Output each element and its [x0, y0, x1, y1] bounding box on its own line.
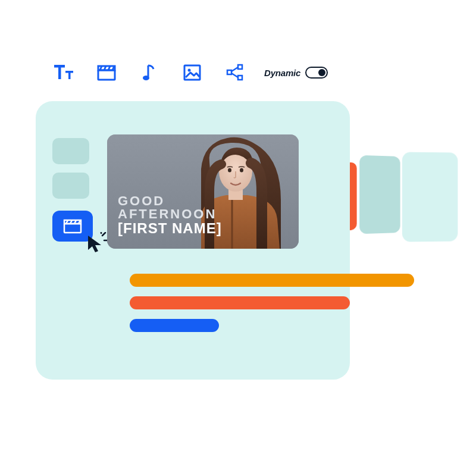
svg-rect-3	[68, 71, 71, 79]
dynamic-toggle[interactable]	[305, 67, 328, 79]
svg-rect-6	[184, 65, 200, 80]
clapperboard-icon	[62, 218, 83, 234]
image-icon	[183, 64, 201, 81]
timeline-track[interactable]	[130, 296, 350, 309]
music-tool-button[interactable]	[139, 62, 159, 83]
svg-rect-10	[238, 76, 242, 80]
svg-point-16	[240, 168, 243, 173]
share-icon	[226, 64, 244, 82]
clapperboard-icon	[97, 64, 116, 81]
share-tool-button[interactable]	[225, 62, 245, 83]
music-note-icon	[142, 63, 156, 82]
svg-rect-4	[98, 70, 115, 80]
video-overlay-text: GOOD AFTERNOON [FIRST NAME]	[118, 195, 222, 236]
scene-thumbnail[interactable]	[52, 138, 89, 164]
svg-rect-9	[238, 65, 242, 69]
editor-toolbar: Dynamic	[54, 62, 328, 83]
svg-rect-1	[58, 65, 61, 79]
timeline-track[interactable]	[130, 319, 219, 332]
svg-point-15	[228, 168, 231, 173]
scene-thumbnail-list	[52, 138, 89, 199]
editor-panel: GOOD AFTERNOON [FIRST NAME]	[36, 101, 350, 380]
preview-carousel-card-2[interactable]	[359, 155, 400, 234]
video-preview[interactable]: GOOD AFTERNOON [FIRST NAME]	[107, 134, 299, 249]
timeline-track[interactable]	[130, 274, 414, 287]
scene-thumbnail[interactable]	[52, 173, 89, 199]
timeline-tracks	[130, 274, 414, 332]
preview-carousel-card-3[interactable]	[402, 152, 458, 242]
svg-rect-11	[64, 224, 81, 233]
dynamic-toggle-label: Dynamic	[264, 68, 300, 78]
image-tool-button[interactable]	[182, 62, 202, 83]
text-tool-icon	[54, 64, 74, 82]
scene-thumbnail-active[interactable]	[52, 211, 93, 242]
text-tool-button[interactable]	[54, 62, 74, 83]
svg-point-5	[143, 76, 149, 80]
scene-tool-button[interactable]	[96, 62, 117, 83]
svg-point-7	[188, 69, 191, 72]
overlay-name-placeholder: [FIRST NAME]	[118, 221, 222, 236]
overlay-greeting-line2: AFTERNOON	[118, 208, 222, 221]
svg-rect-8	[227, 70, 231, 74]
dynamic-toggle-group: Dynamic	[264, 67, 328, 79]
overlay-greeting-line1: GOOD	[118, 195, 222, 208]
